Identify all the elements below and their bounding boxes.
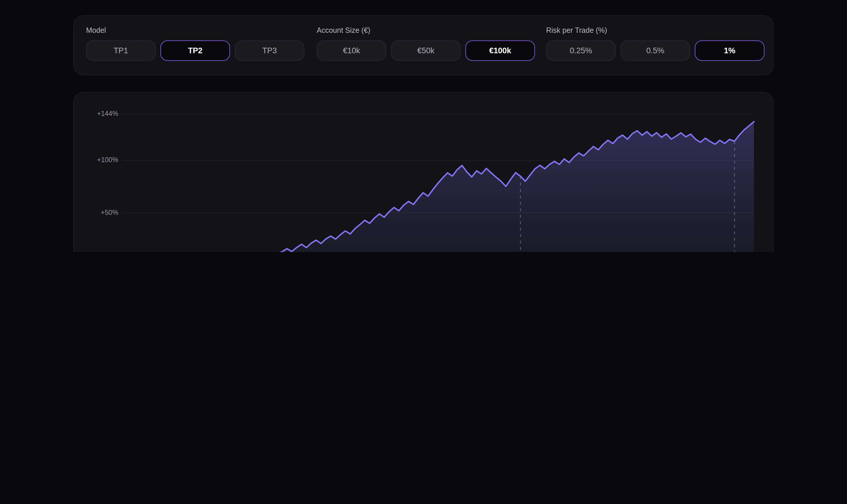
filter-option-025[interactable]: 0.25% (546, 40, 616, 61)
filter-group-risk-options: 0.25%0.5%1% (546, 40, 764, 61)
filter-group-account-size: Account Size (€) €10k€50k€100k (317, 26, 535, 61)
filter-group-risk: Risk per Trade (%) 0.25%0.5%1% (546, 26, 764, 61)
y-axis-tick: +144% (82, 110, 118, 117)
filter-group-model: Model TP1TP2TP3 (86, 26, 304, 61)
filter-option-100k[interactable]: €100k (465, 40, 535, 61)
page: Model TP1TP2TP3 Account Size (€) €10k€50… (0, 0, 847, 252)
filter-group-model-label: Model (86, 26, 304, 35)
y-axis-tick: +100% (82, 156, 118, 163)
performance-card: +144%+100%+50%+-50%10/610/910/1310/1710/… (73, 92, 774, 252)
filters-card: Model TP1TP2TP3 Account Size (€) €10k€50… (73, 15, 774, 75)
filter-group-risk-label: Risk per Trade (%) (546, 26, 764, 35)
filter-option-05[interactable]: 0.5% (620, 40, 690, 61)
filter-option-tp2[interactable]: TP2 (160, 40, 230, 61)
equity-chart-svg (122, 110, 757, 252)
filter-option-tp3[interactable]: TP3 (235, 40, 304, 61)
filter-option-1[interactable]: 1% (695, 40, 764, 61)
filter-option-10k[interactable]: €10k (317, 40, 386, 61)
filter-group-account-size-label: Account Size (€) (317, 26, 535, 35)
y-axis-tick: +50% (82, 209, 118, 216)
filter-option-tp1[interactable]: TP1 (86, 40, 156, 61)
equity-chart-plot (122, 110, 757, 252)
filter-group-account-size-options: €10k€50k€100k (317, 40, 535, 61)
filter-option-50k[interactable]: €50k (391, 40, 461, 61)
equity-chart: +144%+100%+50%+-50%10/610/910/1310/1710/… (74, 92, 773, 252)
filter-group-model-options: TP1TP2TP3 (86, 40, 304, 61)
